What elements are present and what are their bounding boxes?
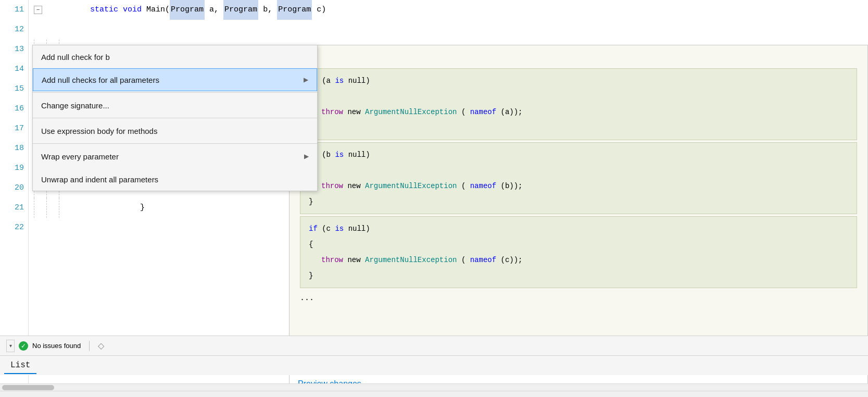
preview-brace-open: { [300, 51, 857, 67]
menu-item-use-expression[interactable]: Use expression body for methods [33, 119, 317, 142]
preview-block-c: if (c is null) { throw new ArgumentNullE… [300, 216, 857, 288]
preview-block-a: if (a is null) { throw new ArgumentNullE… [300, 68, 857, 140]
param-c-type: Program [277, 0, 312, 20]
line-num-19: 19 [0, 158, 24, 178]
submenu-arrow-wrap: ▶ [304, 153, 309, 160]
status-separator [89, 341, 90, 351]
preview-a-throw: throw new ArgumentNullException ( nameof… [309, 104, 848, 120]
scrollbar-thumb[interactable] [2, 385, 54, 390]
tab-list[interactable]: List [4, 357, 36, 374]
menu-separator-1 [33, 92, 317, 93]
line-num-21: 21 [0, 198, 24, 218]
submenu-arrow-all: ▶ [304, 76, 308, 83]
menu-item-add-null-all[interactable]: Add null checks for all parameters ▶ [33, 68, 317, 91]
preview-b-if: if (b is null) [309, 147, 848, 163]
collapse-button[interactable]: − [34, 6, 42, 14]
line-num-18: 18 [0, 139, 24, 158]
dropdown-arrow-icon: ▾ [9, 343, 12, 349]
line-num-17: 17 [0, 119, 24, 139]
status-text: No issues found [32, 342, 81, 350]
tag-icon: ◇ [98, 341, 104, 351]
scrollbar-horizontal[interactable] [0, 383, 868, 391]
preview-a-if: if (a is null) [309, 73, 848, 89]
menu-item-unwrap[interactable]: Unwrap and indent all parameters [33, 168, 317, 191]
menu-item-change-signature[interactable]: Change signature... [33, 94, 317, 117]
menu-separator-3 [33, 143, 317, 144]
menu-separator-2 [33, 118, 317, 118]
preview-c-brace: { [309, 237, 848, 252]
line-num-12: 12 [0, 20, 24, 40]
preview-block-b: if (b is null) { throw new ArgumentNullE… [300, 142, 857, 214]
line-num-11: 11 [0, 0, 24, 20]
keyword-void: void [123, 0, 142, 20]
preview-c-throw: throw new ArgumentNullException ( nameof… [309, 252, 848, 268]
preview-a-brace: { [309, 89, 848, 104]
preview-b-close: } [309, 194, 848, 209]
line-num-15: 15 [0, 79, 24, 99]
line-num-13: 13 [0, 40, 24, 59]
code-line-12 [34, 20, 868, 40]
preview-b-brace: { [309, 163, 848, 178]
status-bar: ▾ ✓ No issues found ◇ [0, 336, 868, 355]
preview-ellipsis: ... [300, 290, 857, 307]
line-num-20: 20 [0, 178, 24, 198]
status-dropdown[interactable]: ▾ [6, 340, 15, 352]
preview-b-throw: throw new ArgumentNullException ( nameof… [309, 178, 848, 194]
menu-item-add-null-b[interactable]: Add null check for b [33, 45, 317, 68]
keyword-static: static [90, 0, 118, 20]
preview-c-if: if (c is null) [309, 221, 848, 237]
preview-code-area: { if (a is null) { throw new ArgumentNul… [290, 45, 867, 370]
param-a-type: Program [170, 0, 205, 20]
line-num-14: 14 [0, 59, 24, 79]
scrollbar-bottom [0, 391, 868, 397]
param-b-type: Program [223, 0, 258, 20]
status-ok-icon: ✓ [19, 341, 28, 351]
line-num-22: 22 [0, 218, 24, 238]
bottom-tab-bar: List [0, 355, 868, 375]
code-line-11: − static void Main( Program a, Program b… [34, 0, 868, 20]
preview-c-close: } [309, 268, 848, 283]
editor-container: 11 12 13 14 15 16 17 18 19 20 21 22 − st… [0, 0, 868, 397]
line-num-16: 16 [0, 99, 24, 119]
preview-a-close: } [309, 120, 848, 135]
menu-item-wrap-parameter[interactable]: Wrap every parameter ▶ [33, 145, 317, 168]
context-menu: Add null check for b Add null checks for… [32, 45, 318, 191]
